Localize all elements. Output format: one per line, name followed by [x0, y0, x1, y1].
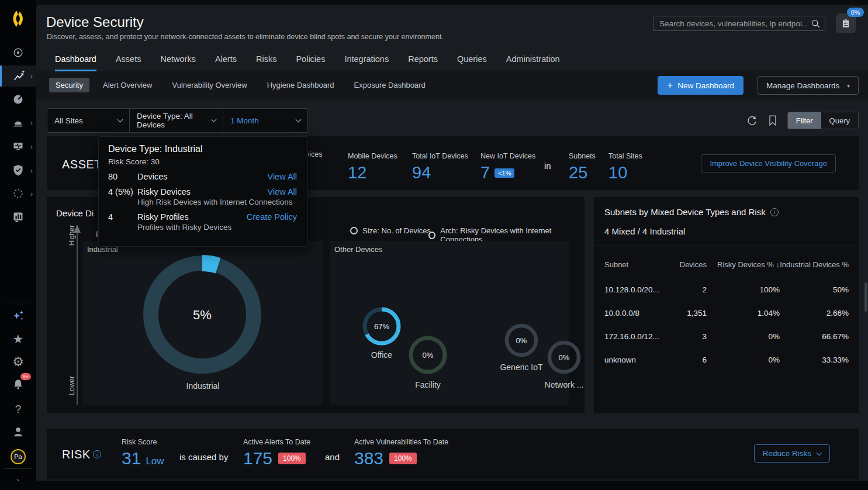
tab-queries[interactable]: Queries [457, 54, 487, 71]
create-policy-link[interactable]: Create Policy [247, 212, 297, 222]
col-risky[interactable]: Risky Devices % ↓ [707, 260, 780, 269]
radio-icon [428, 232, 435, 239]
tab-dashboard[interactable]: Dashboard [55, 54, 96, 71]
chevron-right-icon: › [30, 142, 33, 151]
col-devices[interactable]: Devices [675, 260, 707, 269]
donut-percent: 5% [193, 308, 212, 322]
query-toggle-button[interactable]: Query [821, 112, 858, 129]
subtab-alert-overview[interactable]: Alert Overview [96, 78, 159, 92]
footer-bar [0, 481, 868, 490]
sidebar-item-device-security[interactable]: › [0, 65, 36, 87]
dotted-circle-icon [11, 187, 25, 201]
bubble-facility[interactable]: 0% [408, 335, 448, 375]
info-icon[interactable]: i [770, 208, 779, 216]
col-industrial[interactable]: Industrial Devices % [780, 260, 849, 269]
route-icon [12, 69, 26, 83]
improve-visibility-button[interactable]: Improve Device Visibility Coverage [701, 154, 836, 172]
chevron-right-icon: › [30, 118, 33, 127]
sidebar-avatar[interactable]: Pa [0, 446, 36, 468]
vulns-value[interactable]: 383 [354, 448, 383, 468]
search-icon[interactable] [811, 19, 821, 29]
claroty-logo-icon[interactable] [0, 8, 36, 30]
manage-dashboards-button[interactable]: Manage Dashboards ▾ [758, 76, 859, 95]
view-all-link[interactable]: View All [267, 172, 297, 181]
col-subnet[interactable]: Subnet [604, 260, 675, 269]
stat-value[interactable]: 7 [480, 163, 490, 182]
sidebar-item-user[interactable] [0, 420, 36, 443]
subnet-link[interactable]: 172.16.0.0/12... [604, 332, 675, 341]
new-dashboard-button[interactable]: + New Dashboard [658, 76, 743, 95]
sidebar-item-notifications[interactable]: 9+ [0, 373, 36, 395]
bubble-percent: 0% [559, 353, 570, 362]
bubble-percent: 67% [374, 322, 389, 331]
main-tabs: Dashboard Assets Networks Alerts Risks P… [55, 54, 560, 71]
subtab-vulnerability-overview[interactable]: Vulnerability Overview [166, 78, 254, 92]
chevron-right-icon: › [30, 72, 33, 81]
header-search: 0% [653, 13, 856, 33]
sidebar-item-devices[interactable]: › [0, 135, 36, 157]
time-range-select[interactable]: 1 Month [223, 108, 308, 133]
tab-assets[interactable]: Assets [116, 54, 141, 71]
bubble-generic-iot[interactable]: 0% [504, 323, 539, 358]
vulns-label: Active Vulnerabilities To Date [354, 438, 448, 446]
subtab-hygiene-dashboard[interactable]: Hygiene Dashboard [261, 78, 341, 92]
industrial-donut-chart[interactable]: 5% [142, 254, 262, 375]
alerts-value[interactable]: 175 [243, 448, 272, 468]
tab-reports[interactable]: Reports [408, 54, 438, 71]
tab-risks[interactable]: Risks [256, 54, 276, 71]
cell-industrial: 33.33% [780, 356, 849, 364]
sites-select[interactable]: All Sites [47, 108, 130, 133]
sidebar-item-settings[interactable]: ⚙ [0, 351, 36, 373]
chevron-down-icon [817, 450, 822, 456]
question-icon: ? [15, 403, 22, 416]
connector-text: in [544, 161, 551, 171]
tab-policies[interactable]: Policies [296, 54, 325, 71]
sidebar-item-radar[interactable] [0, 42, 36, 64]
cell-industrial: 2.66% [780, 309, 849, 318]
stat-mobile-devices: Mobile Devices 12 [348, 150, 397, 182]
gauge-icon [11, 92, 25, 106]
sidebar-item-ai[interactable] [0, 305, 36, 327]
sidebar-item-favorites[interactable]: ★ [0, 328, 36, 350]
scrollbar-thumb[interactable] [864, 282, 867, 312]
tab-alerts[interactable]: Alerts [215, 54, 237, 71]
subtab-security[interactable]: Security [49, 78, 89, 92]
sidebar-item-reports[interactable] [0, 206, 36, 228]
sidebar-item-alerts[interactable]: › [0, 111, 36, 133]
sidebar-item-processes[interactable]: › [0, 182, 36, 205]
caused-by-text: is caused by [179, 452, 228, 462]
stat-value[interactable]: 25 [569, 163, 596, 182]
cell-industrial: 66.67% [780, 332, 849, 341]
subtab-exposure-dashboard[interactable]: Exposure Dashboard [348, 78, 432, 92]
stat-value[interactable]: 12 [348, 163, 397, 182]
bubble-label: Office [362, 350, 402, 360]
filter-toggle-button[interactable]: Filter [788, 112, 821, 129]
legend-size[interactable]: Size: No. of Devices [350, 226, 431, 235]
view-all-link[interactable]: View All [267, 187, 297, 196]
subnet-link[interactable]: unknown [604, 356, 675, 364]
bookmark-icon[interactable] [767, 115, 778, 126]
bubble-office[interactable]: 67% [362, 306, 402, 346]
tab-administration[interactable]: Administration [506, 54, 560, 71]
stat-value[interactable]: 10 [608, 163, 642, 182]
reduce-risks-button[interactable]: Reduce Risks [754, 444, 830, 463]
risk-score-value[interactable]: 31 [122, 448, 141, 468]
sidebar-item-policies[interactable]: › [0, 159, 36, 181]
search-input[interactable] [653, 16, 825, 31]
row-value: 80 [108, 172, 137, 181]
radar-icon [11, 46, 25, 60]
subnets-card: Subnets by Mixed Device Types and Risk i… [594, 197, 859, 413]
sidebar-item-gauge[interactable] [0, 88, 36, 111]
tab-networks[interactable]: Networks [160, 54, 195, 71]
cell-risky: 1.04% [707, 309, 780, 318]
bubble-network[interactable]: 0% [547, 340, 582, 375]
info-icon[interactable]: i [93, 450, 101, 458]
sidebar-item-help[interactable]: ? [0, 398, 36, 420]
tab-integrations[interactable]: Integrations [344, 54, 389, 71]
refresh-icon[interactable] [746, 115, 758, 127]
alarm-icon [11, 115, 25, 129]
stat-value[interactable]: 94 [412, 163, 468, 182]
device-type-select[interactable]: Device Type: All Devices [130, 108, 223, 133]
subnet-link[interactable]: 10.128.0.0/20... [604, 285, 675, 294]
subnet-link[interactable]: 10.0.0.0/8 [604, 309, 675, 318]
